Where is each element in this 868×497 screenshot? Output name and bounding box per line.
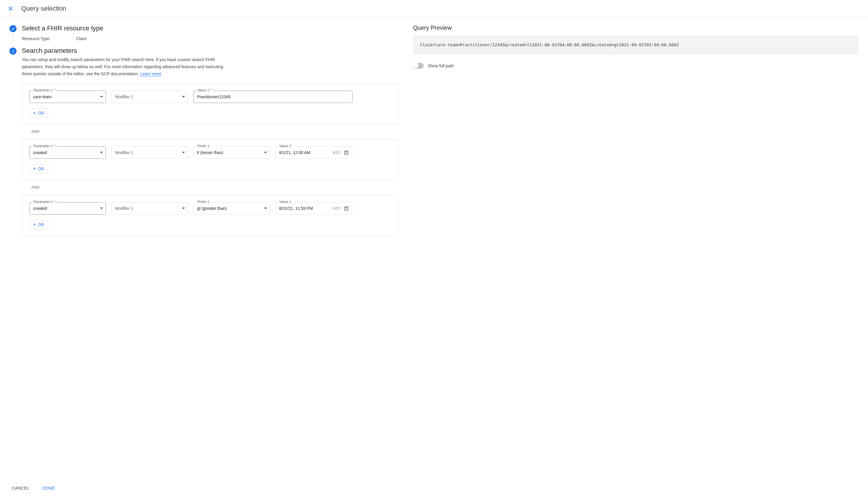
show-full-path-toggle[interactable] — [413, 63, 424, 69]
learn-more-link[interactable]: Learn more — [140, 71, 161, 76]
modifier-field[interactable]: Modifier 1 — [111, 202, 188, 215]
calendar-icon[interactable] — [344, 206, 349, 211]
plus-icon: + — [33, 110, 36, 116]
modifier-field[interactable]: Modifier 1 — [111, 146, 188, 159]
resource-type-value: Claim — [76, 36, 87, 41]
close-icon[interactable] — [7, 5, 14, 12]
dialog-title: Query selection — [21, 5, 67, 12]
plus-icon: + — [33, 222, 36, 227]
or-label: OR — [38, 111, 44, 115]
step-2-description: You can setup and modify search paramete… — [22, 56, 228, 77]
parameter-label: Parameter 1 * — [32, 144, 56, 148]
resource-type-label: Resource Type — [22, 36, 49, 41]
parameter-field[interactable]: Parameter 1 *created — [29, 146, 106, 159]
prefix-field[interactable]: Prefix 1gt (greater than) — [193, 202, 270, 215]
step-2-number-badge: 2 — [10, 47, 16, 55]
show-full-path-label: Show full path — [428, 63, 454, 68]
and-separator: AND — [22, 180, 399, 195]
value-date-field[interactable]: Value 18/31/21, 11:59 PMEDT — [275, 202, 352, 215]
modifier-select[interactable]: Modifier 1 — [111, 202, 188, 215]
parameter-select[interactable]: created — [29, 146, 106, 159]
value-field[interactable]: Value 1 * — [193, 90, 352, 103]
dialog-header: Query selection — [0, 0, 868, 17]
or-button[interactable]: +OR — [29, 220, 48, 229]
prefix-label: Prefix 1 — [196, 144, 211, 148]
value-label: Value 1 * — [196, 88, 213, 93]
value-label: Value 1 — [278, 200, 292, 204]
value-date-input[interactable]: 8/31/21, 11:59 PM — [275, 202, 352, 215]
parameter-label: Parameter 1 * — [32, 200, 56, 204]
parameter-group: Parameter 1 *createdModifier 1Prefix 1gt… — [22, 195, 399, 236]
step-1-check-icon — [10, 25, 16, 32]
or-button[interactable]: +OR — [29, 164, 48, 173]
prefix-select[interactable]: lt (lesser than) — [193, 146, 270, 159]
value-date-input[interactable]: 8/1/21, 12:00 AM — [275, 146, 352, 159]
and-separator: AND — [22, 124, 399, 139]
parameter-label: Parameter 1 * — [32, 88, 56, 93]
or-label: OR — [38, 222, 44, 227]
prefix-select[interactable]: gt (greater than) — [193, 202, 270, 215]
step-2-row: 2 Search parameters You can setup and mo… — [10, 47, 399, 236]
parameter-select[interactable]: created — [29, 202, 106, 215]
parameter-field[interactable]: Parameter 1 *care-team — [29, 90, 106, 103]
prefix-label: Prefix 1 — [196, 200, 211, 204]
step-1-title: Select a FHIR resource type — [22, 25, 399, 32]
modifier-field[interactable]: Modifier 1 — [111, 90, 188, 103]
step-2-title: Search parameters — [22, 47, 399, 55]
value-label: Value 1 — [278, 144, 292, 148]
value-date-field[interactable]: Value 18/1/21, 12:00 AMEDT — [275, 146, 352, 159]
query-preview-box: Claim?care-team=Practitioner/12345&creat… — [413, 36, 858, 55]
or-label: OR — [38, 167, 44, 171]
value-input[interactable] — [193, 90, 352, 103]
step-1-row: Select a FHIR resource type Resource Typ… — [10, 25, 399, 47]
plus-icon: + — [33, 166, 36, 171]
parameter-group: Parameter 1 *createdModifier 1Prefix 1lt… — [22, 139, 399, 180]
query-preview-title: Query Preview — [413, 25, 858, 31]
or-button[interactable]: +OR — [29, 108, 48, 118]
modifier-select[interactable]: Modifier 1 — [111, 146, 188, 159]
modifier-select[interactable]: Modifier 1 — [111, 90, 188, 103]
prefix-field[interactable]: Prefix 1lt (lesser than) — [193, 146, 270, 159]
parameter-select[interactable]: care-team — [29, 90, 106, 103]
parameter-field[interactable]: Parameter 1 *created — [29, 202, 106, 215]
calendar-icon[interactable] — [344, 150, 349, 155]
parameter-group: Parameter 1 *care-teamModifier 1Value 1 … — [22, 83, 399, 124]
